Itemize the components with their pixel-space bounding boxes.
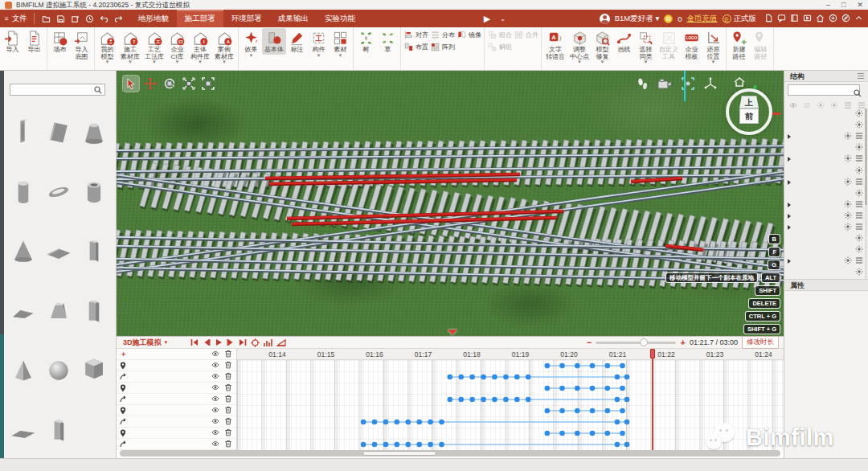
- visibility-icon[interactable]: [844, 211, 852, 221]
- tree-node[interactable]: [784, 222, 866, 233]
- home-icon[interactable]: [816, 14, 825, 24]
- group-icon[interactable]: [855, 223, 863, 232]
- ribbon-item[interactable]: 标注: [286, 28, 308, 55]
- skipend-button[interactable]: [239, 338, 247, 346]
- eye-icon[interactable]: [211, 428, 219, 438]
- ribbon-item[interactable]: 布置: [403, 42, 428, 52]
- caret-icon[interactable]: [788, 259, 791, 264]
- modify-duration-button[interactable]: 修改时长: [742, 336, 779, 349]
- ribbon-item[interactable]: 工 工艺 工法库 ▼: [142, 28, 166, 65]
- home-view-icon[interactable]: [734, 76, 745, 90]
- ribbon-item[interactable]: 导出: [23, 28, 45, 55]
- shape-item-cuboid[interactable]: [41, 399, 76, 458]
- caret-icon[interactable]: [788, 157, 791, 162]
- avatar[interactable]: [600, 14, 610, 24]
- visibility-icon[interactable]: [855, 245, 863, 255]
- skipstart-button[interactable]: [190, 338, 199, 346]
- visibility-icon[interactable]: [844, 256, 852, 266]
- shape-item-cube[interactable]: [76, 339, 112, 399]
- ribbon-item[interactable]: A 案例 素材库 ▼: [212, 28, 236, 65]
- timeline-track-row[interactable]: [117, 383, 236, 394]
- shape-search-box[interactable]: [10, 84, 105, 96]
- shape-item-embank[interactable]: [6, 399, 41, 458]
- tree-node[interactable]: [784, 120, 866, 131]
- visibility-icon[interactable]: [855, 166, 863, 176]
- ribbon-item[interactable]: I 主体 构件库 ▼: [188, 28, 212, 65]
- timeline-mode-select[interactable]: 3D施工模拟▼: [123, 338, 168, 348]
- visibility-icon[interactable]: [844, 223, 852, 232]
- timeline-ruler[interactable]: 01:1401:1501:1601:1701:1801:1901:2001:21…: [237, 349, 784, 360]
- viewport-3d[interactable]: 上 前 B F G移动模型并留下一个副本在原地 ALT SHIFT DELETE…: [117, 71, 784, 336]
- visibility-icon[interactable]: [855, 121, 863, 130]
- tree-node[interactable]: [784, 267, 866, 278]
- tree-node[interactable]: [784, 199, 866, 211]
- visibility-icon[interactable]: [844, 178, 852, 187]
- undo-icon[interactable]: [100, 14, 108, 23]
- ribbon-item[interactable]: 我的 模型 ▼: [96, 28, 118, 65]
- file-icon[interactable]: [764, 14, 773, 24]
- tree-node[interactable]: [784, 188, 866, 199]
- tree-node[interactable]: [784, 109, 866, 120]
- open-icon[interactable]: [42, 14, 51, 23]
- caret-icon[interactable]: [788, 180, 791, 185]
- trash-icon[interactable]: [224, 395, 232, 404]
- camera-icon[interactable]: [657, 78, 672, 92]
- maximize-button[interactable]: □: [841, 0, 845, 10]
- ribbon-item[interactable]: 调整 中心点 ▼: [567, 28, 592, 65]
- shape-item-cylinder[interactable]: [6, 161, 41, 220]
- shape-item-hbeam[interactable]: [6, 101, 41, 161]
- user-name[interactable]: B1M爱好者 ▾: [615, 14, 659, 24]
- group-icon[interactable]: [855, 256, 863, 266]
- visibility-icon[interactable]: [855, 268, 863, 277]
- gizmo-icon[interactable]: [704, 77, 717, 93]
- trash-icon[interactable]: [224, 417, 232, 427]
- chat-icon[interactable]: [777, 14, 786, 24]
- ribbon-item[interactable]: 还原 位置 ▼: [702, 28, 724, 65]
- move-tool[interactable]: [142, 76, 158, 92]
- menu-tab-2[interactable]: 环境部署: [223, 10, 270, 27]
- trash-icon[interactable]: [224, 372, 232, 382]
- shape-search-input[interactable]: [10, 86, 94, 93]
- play-button[interactable]: [215, 338, 223, 346]
- shape-item-plane[interactable]: [41, 220, 76, 280]
- frame-tool[interactable]: [200, 76, 216, 92]
- loop-button[interactable]: [251, 338, 260, 347]
- trash-icon[interactable]: [224, 383, 232, 393]
- trash-icon[interactable]: [224, 350, 232, 359]
- caret-icon[interactable]: [788, 214, 791, 219]
- group-icon[interactable]: [855, 132, 863, 141]
- visibility-icon[interactable]: [855, 143, 863, 153]
- group-icon[interactable]: [855, 154, 863, 164]
- chevron-down-icon[interactable]: ⌄: [500, 15, 506, 23]
- ribbon-item[interactable]: 镜像: [457, 30, 481, 40]
- menu-tab-0[interactable]: 地形地貌: [130, 10, 177, 27]
- add-track-row[interactable]: +: [117, 349, 236, 360]
- zoom-in-button[interactable]: +: [680, 338, 685, 347]
- ribbon-item[interactable]: 导入: [2, 28, 23, 55]
- playhead-handle[interactable]: [650, 349, 655, 358]
- ribbon-item[interactable]: 草: [377, 28, 399, 55]
- close-button[interactable]: ✕: [857, 0, 863, 10]
- visibility-icon[interactable]: [855, 189, 863, 199]
- play-button[interactable]: ▶: [484, 14, 490, 24]
- ribbon-item[interactable]: 阵列: [430, 42, 455, 52]
- tree-node[interactable]: [784, 244, 866, 256]
- ribbon-item[interactable]: 素材 ▼: [330, 28, 351, 59]
- panel-menu-icon[interactable]: [858, 73, 864, 79]
- eye-icon[interactable]: [211, 417, 219, 427]
- eye-icon[interactable]: [211, 395, 219, 404]
- trash-icon[interactable]: [224, 406, 232, 416]
- minimize-button[interactable]: –: [826, 0, 830, 10]
- ribbon-item[interactable]: 画线: [613, 28, 635, 55]
- stepback-button[interactable]: [203, 338, 211, 346]
- select-tool[interactable]: [123, 76, 139, 92]
- structure-search-input[interactable]: [788, 84, 860, 96]
- eye-icon[interactable]: [211, 361, 219, 371]
- tree-node[interactable]: [784, 256, 866, 267]
- view-cube-top-face[interactable]: 上: [739, 96, 759, 109]
- timeline-track-row[interactable]: [117, 360, 236, 371]
- visibility-icon[interactable]: [844, 200, 852, 210]
- save-as-icon[interactable]: [71, 14, 80, 23]
- plus-icon[interactable]: [829, 14, 837, 24]
- timeline-track-row[interactable]: [117, 405, 236, 416]
